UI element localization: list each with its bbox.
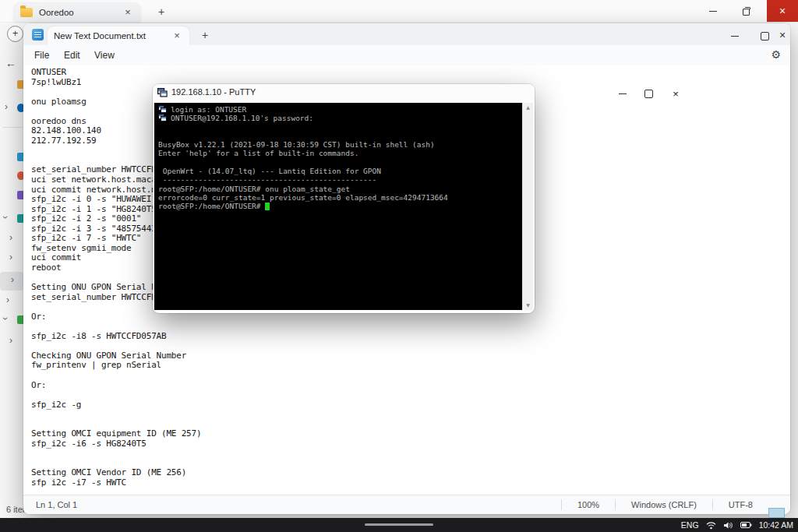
file-explorer-titlebar: Ooredoo × + ×: [0, 0, 798, 23]
restore-icon: [743, 7, 751, 16]
minimize-icon: [731, 36, 739, 37]
sidebar-chevron-icon[interactable]: [6, 294, 9, 305]
sidebar-chevron-icon[interactable]: [9, 335, 12, 346]
minimize-icon: [619, 93, 627, 94]
notepad-new-tab-button[interactable]: +: [196, 26, 214, 44]
putty-maximize-button[interactable]: [637, 84, 660, 103]
encoding-label: UTF-8: [712, 499, 768, 510]
terminal-line: BusyBox v1.22.1 (2021-09-18 10:30:59 CST…: [158, 140, 523, 149]
terminal-line: errorcode=0 curr_state=1 previous_state=…: [158, 193, 523, 202]
notepad-app-icon: [32, 29, 44, 41]
line-ending-label: Windows (CRLF): [615, 499, 712, 510]
sidebar-chevron-down-icon[interactable]: [0, 317, 11, 320]
settings-gear-icon[interactable]: ⚙: [771, 48, 781, 61]
sidebar-chevron-down-icon[interactable]: [0, 216, 11, 219]
sidebar-chevron-icon[interactable]: [5, 101, 8, 112]
terminal-lines: login as: ONTUSERONTUSER@192.168.1.10's …: [154, 103, 523, 211]
putty-minimize-button[interactable]: [611, 84, 634, 103]
terminal-line: login as: ONTUSER: [158, 105, 523, 114]
maximize-icon: [644, 90, 653, 98]
terminal-line: [158, 132, 523, 140]
explorer-new-tab-button[interactable]: +: [153, 3, 170, 20]
notepad-menubar: File Edit View ⚙: [23, 45, 790, 65]
taskbar-center-indicator: [365, 523, 433, 526]
terminal-cursor: [265, 203, 270, 210]
terminal-line: root@SFP:/home/ONTUSER#: [158, 202, 523, 210]
putty-title: 192.168.1.10 - PuTTY: [171, 87, 256, 97]
putty-mini-icon: [158, 114, 168, 122]
language-indicator[interactable]: ENG: [681, 520, 699, 530]
notepad-minimize-button[interactable]: [719, 25, 750, 47]
notepad-tab-label: New Text Document.txt: [54, 31, 171, 41]
putty-close-button[interactable]: ×: [664, 84, 687, 103]
back-icon[interactable]: ←: [5, 57, 16, 69]
terminal-line: [158, 158, 523, 167]
terminal-line: ----------------------------------------…: [158, 175, 523, 184]
battery-icon[interactable]: [740, 521, 752, 529]
clock[interactable]: 10:42 AM: [759, 520, 795, 530]
terminal-screen[interactable]: login as: ONTUSERONTUSER@192.168.1.10's …: [154, 103, 523, 310]
terminal-line: root@SFP:/home/ONTUSER# onu ploam_state_…: [158, 185, 523, 193]
menu-file[interactable]: File: [30, 48, 54, 62]
menu-edit[interactable]: Edit: [59, 48, 85, 62]
sidebar-chevron-icon[interactable]: [9, 252, 12, 262]
terminal-scrollbar[interactable]: ▲ ▼: [522, 103, 533, 310]
scroll-down-icon[interactable]: ▼: [523, 301, 533, 310]
corner-highlight: [768, 508, 785, 518]
explorer-tab-label: Ooredoo: [39, 8, 122, 17]
wifi-icon[interactable]: [706, 521, 716, 530]
maximize-icon: [761, 32, 769, 41]
notepad-statusbar: Ln 1, Col 1 100% Windows (CRLF) UTF-8: [23, 495, 790, 514]
notepad-tabbar: New Text Document.txt × + ×: [23, 23, 790, 45]
explorer-close-button[interactable]: ×: [767, 0, 798, 22]
zoom-level-label: 100%: [561, 499, 615, 510]
menu-view[interactable]: View: [90, 48, 119, 62]
explorer-tab-ooredoo[interactable]: Ooredoo ×: [14, 3, 140, 22]
scroll-up-icon[interactable]: ▲: [523, 103, 533, 112]
taskbar[interactable]: ENG: [0, 518, 798, 532]
putty-mini-icon: [158, 105, 168, 113]
cursor-position-label: Ln 1, Col 1: [23, 500, 561, 509]
explorer-new-button[interactable]: +: [7, 26, 23, 42]
putty-app-icon: [157, 88, 168, 97]
terminal-line: ONTUSER@192.168.1.10's password:: [158, 114, 523, 122]
explorer-minimize-button[interactable]: [697, 0, 729, 22]
system-tray[interactable]: ENG: [681, 518, 795, 532]
volume-icon[interactable]: [723, 521, 733, 530]
putty-window: 192.168.1.10 - PuTTY × login as: ONTUSER…: [153, 84, 535, 313]
notepad-tab-close-icon[interactable]: ×: [171, 30, 183, 42]
explorer-restore-button[interactable]: [731, 0, 762, 22]
terminal-line: Enter 'help' for a list of built-in comm…: [158, 149, 523, 157]
sidebar-divider: [2, 127, 23, 128]
minimize-icon: [709, 11, 717, 12]
sidebar-chevron-icon[interactable]: [9, 232, 12, 243]
sidebar-chevron-icon[interactable]: [11, 274, 14, 285]
putty-titlebar[interactable]: 192.168.1.10 - PuTTY ×: [153, 84, 535, 103]
desktop: Ooredoo × + × + ← 6 items: [0, 0, 798, 532]
notepad-tab[interactable]: New Text Document.txt ×: [48, 26, 189, 45]
notepad-close-button[interactable]: ×: [775, 25, 790, 45]
folder-icon: [20, 8, 33, 17]
terminal-line: [158, 123, 523, 132]
explorer-tab-close-icon[interactable]: ×: [122, 6, 134, 19]
terminal-line: OpenWrt - (14.07_ltq) --- Lantiq Edition…: [158, 167, 523, 175]
